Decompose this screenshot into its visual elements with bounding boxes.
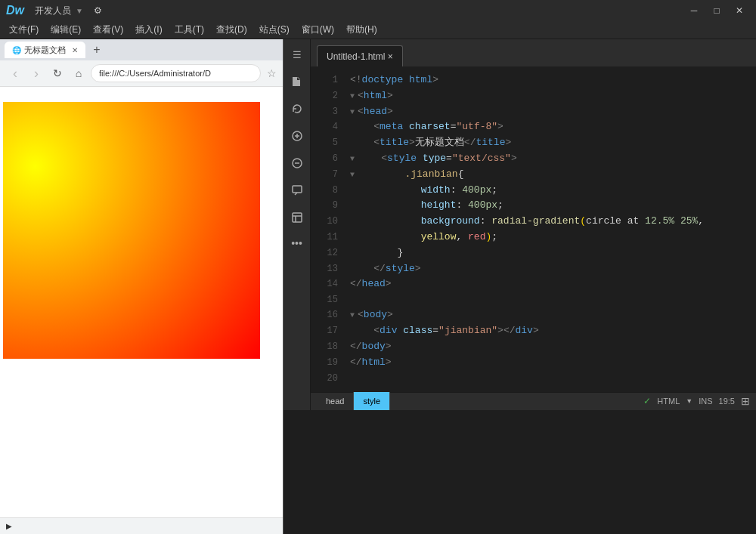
forward-button[interactable]: › <box>27 64 45 82</box>
collapse-arrow-16[interactable]: ▼ <box>350 307 355 322</box>
line-1: 1 <!doctype html> <box>311 73 756 88</box>
browser-panel: 🌐 无标题文档 ✕ + ‹ › ↻ ⌂ file:///C:/Users/Adm… <box>0 39 284 534</box>
menu-help[interactable]: 帮助(H) <box>340 22 383 38</box>
line-6: 6 ▼ <style type="text/css"> <box>311 151 756 167</box>
address-text: file:///C:/Users/Administrator/D <box>99 69 211 78</box>
status-check-icon: ✓ <box>643 396 651 406</box>
line-17: 17 <div class="jianbian"></div> <box>311 323 756 339</box>
browser-favicon: 🌐 <box>12 46 21 54</box>
line-7: 7 ▼ .jianbian{ <box>311 167 756 183</box>
title-bar: Dw 开发人员 ▼ ⚙ ─ □ ✕ <box>0 0 756 21</box>
line-2: 2 ▼ <html> <box>311 88 756 104</box>
title-bar-left: Dw 开发人员 ▼ ⚙ <box>6 3 109 18</box>
status-html-label: HTML <box>657 397 680 406</box>
address-bar[interactable]: file:///C:/Users/Administrator/D <box>91 64 261 82</box>
line-18: 18 </body> <box>311 339 756 355</box>
line-12: 12 } <box>311 245 756 261</box>
collapse-arrow-2[interactable]: ▼ <box>350 88 355 103</box>
refresh-button[interactable]: ↻ <box>48 64 67 82</box>
menu-edit[interactable]: 编辑(E) <box>45 22 87 38</box>
browser-tab-close[interactable]: ✕ <box>72 46 78 54</box>
line-5: 5 <title>无标题文档</title> <box>311 135 756 151</box>
browser-tab-title: 无标题文档 <box>24 45 66 56</box>
svg-rect-2 <box>293 186 302 193</box>
home-button[interactable]: ⌂ <box>70 64 88 82</box>
line-15: 15 <box>311 292 756 307</box>
menu-window[interactable]: 窗口(W) <box>296 22 340 38</box>
code-lines: 1 <!doctype html> 2 ▼ <html> 3 ▼ <head> <box>311 66 756 392</box>
collapse-arrow-6[interactable]: ▼ <box>350 151 355 165</box>
collapse-arrow-7[interactable]: ▼ <box>350 167 355 181</box>
new-tab-button[interactable]: + <box>88 42 105 58</box>
browser-chrome: 🌐 无标题文档 ✕ + ‹ › ↻ ⌂ file:///C:/Users/Adm… <box>0 39 283 87</box>
browser-content <box>0 87 283 517</box>
collapse-arrow-3[interactable]: ▼ <box>350 104 355 119</box>
line-13: 13 </style> <box>311 261 756 277</box>
menu-find[interactable]: 查找(D) <box>210 22 253 38</box>
status-bar: head style ✓ HTML ▼ INS 19:5 ⊞ <box>311 392 756 410</box>
editor-panel: ☰ ••• <box>284 39 756 534</box>
status-tab-head[interactable]: head <box>317 392 354 410</box>
sidebar-sync-icon[interactable] <box>287 98 308 119</box>
line-8: 8 width: 400px; <box>311 183 756 199</box>
line-3: 3 ▼ <head> <box>311 104 756 120</box>
menu-site[interactable]: 站点(S) <box>253 22 296 38</box>
title-bar-controls: ─ □ ✕ <box>683 3 750 18</box>
file-tab-label: Untitled-1.html × <box>327 51 393 62</box>
menu-view[interactable]: 查看(V) <box>87 22 129 38</box>
svg-rect-3 <box>293 213 302 222</box>
line-16: 16 ▼ <body> <box>311 307 756 323</box>
file-tab-main[interactable]: Untitled-1.html × <box>317 45 403 66</box>
menu-insert[interactable]: 插入(I) <box>129 22 168 38</box>
bottom-arrow-icon: ▶ <box>6 522 12 530</box>
close-button[interactable]: ✕ <box>729 3 750 18</box>
line-14: 14 </head> <box>311 276 756 292</box>
file-tabs: Untitled-1.html × <box>311 39 756 66</box>
line-4: 4 <meta charset="utf-8"> <box>311 119 756 135</box>
browser-tab[interactable]: 🌐 无标题文档 ✕ <box>5 42 85 58</box>
minimize-button[interactable]: ─ <box>683 3 705 18</box>
line-9: 9 height: 400px; <box>311 198 756 214</box>
line-10: 10 background: radial-gradient(circle at… <box>311 214 756 230</box>
sidebar-remove-icon[interactable] <box>287 153 308 174</box>
sidebar-more-icon[interactable]: ••• <box>291 237 302 249</box>
line-20: 20 <box>311 371 756 386</box>
main-layout: 🌐 无标题文档 ✕ + ‹ › ↻ ⌂ file:///C:/Users/Adm… <box>0 39 756 534</box>
status-ins-label: INS <box>699 397 712 406</box>
sidebar-files-icon[interactable] <box>287 71 308 92</box>
title-bar-user: 开发人员 <box>35 5 71 17</box>
sidebar-menu-icon[interactable]: ☰ <box>287 44 308 65</box>
menu-bar: 文件(F) 编辑(E) 查看(V) 插入(I) 工具(T) 查找(D) 站点(S… <box>0 21 756 39</box>
bookmark-icon[interactable]: ☆ <box>267 67 277 79</box>
browser-bottom: ▶ <box>0 517 283 534</box>
gradient-preview <box>3 102 260 359</box>
editor-main-area: Untitled-1.html × 1 <!doctype html> 2 ▼ <box>311 39 756 410</box>
status-grid-icon[interactable]: ⊞ <box>741 395 750 407</box>
editor-left-sidebar: ☰ ••• <box>284 39 311 410</box>
sidebar-layout-icon[interactable] <box>287 207 308 228</box>
browser-tab-bar: 🌐 无标题文档 ✕ + <box>0 39 283 60</box>
code-editor[interactable]: 1 <!doctype html> 2 ▼ <html> 3 ▼ <head> <box>311 66 756 392</box>
menu-tools[interactable]: 工具(T) <box>169 22 210 38</box>
settings-button[interactable]: ⚙ <box>88 3 109 18</box>
html-dropdown-icon[interactable]: ▼ <box>686 397 692 405</box>
menu-file[interactable]: 文件(F) <box>3 22 45 38</box>
sidebar-comment-icon[interactable] <box>287 180 308 201</box>
line-11: 11 yellow, red); <box>311 230 756 245</box>
dw-logo: Dw <box>6 4 24 17</box>
status-position: 19:5 <box>719 397 735 406</box>
back-button[interactable]: ‹ <box>6 64 24 82</box>
status-tabs: head style <box>317 392 390 410</box>
sidebar-add-icon[interactable] <box>287 125 308 147</box>
line-19: 19 </html> <box>311 355 756 371</box>
editor-top-area: ☰ ••• <box>284 39 756 410</box>
status-right: ✓ HTML ▼ INS 19:5 ⊞ <box>643 395 750 407</box>
maximize-button[interactable]: □ <box>706 3 727 18</box>
browser-nav-bar: ‹ › ↻ ⌂ file:///C:/Users/Administrator/D… <box>0 60 283 86</box>
status-tab-style[interactable]: style <box>354 392 390 410</box>
